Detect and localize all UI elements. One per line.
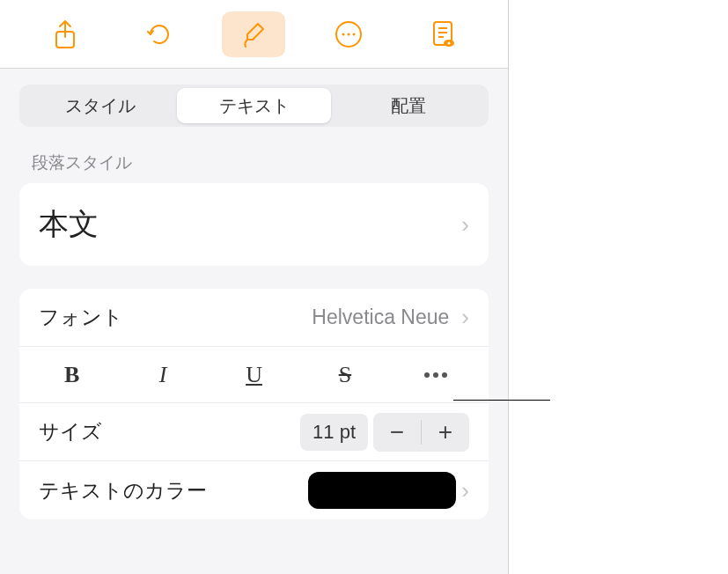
top-toolbar	[0, 0, 508, 69]
size-value[interactable]: 11 pt	[300, 414, 368, 451]
italic-button[interactable]: I	[117, 347, 208, 402]
svg-point-4	[352, 33, 355, 35]
share-icon	[53, 19, 77, 49]
svg-point-2	[342, 33, 344, 35]
more-circle-icon	[335, 20, 363, 48]
text-format-row: B I U S	[19, 347, 489, 403]
svg-point-3	[347, 33, 349, 35]
brush-icon	[240, 20, 267, 48]
paragraph-style-card: 本文 ›	[19, 183, 489, 266]
size-label: サイズ	[39, 418, 102, 445]
size-decrease-button[interactable]: −	[373, 413, 421, 452]
more-toolbar-button[interactable]	[317, 11, 380, 57]
tab-text[interactable]: テキスト	[177, 88, 331, 123]
share-button[interactable]	[33, 11, 97, 57]
undo-button[interactable]	[128, 11, 191, 57]
format-panel: スタイル テキスト 配置 段落スタイル 本文 › フォント Helvetica …	[0, 0, 509, 574]
callout-line	[453, 400, 550, 401]
size-increase-button[interactable]: +	[422, 413, 469, 452]
svg-point-10	[448, 41, 451, 44]
ellipsis-icon	[424, 372, 447, 378]
document-view-button[interactable]	[411, 11, 474, 57]
size-stepper: − +	[373, 413, 469, 452]
chevron-right-icon: ›	[461, 211, 469, 239]
chevron-right-icon: ›	[461, 477, 469, 504]
bold-button[interactable]: B	[26, 347, 117, 402]
font-row[interactable]: フォント Helvetica Neue ›	[19, 289, 489, 347]
underline-button[interactable]: U	[209, 347, 299, 402]
tab-style[interactable]: スタイル	[23, 88, 177, 123]
font-label: フォント	[39, 304, 123, 331]
paragraph-style-value: 本文	[39, 204, 99, 245]
paragraph-style-section-label: 段落スタイル	[32, 151, 476, 174]
undo-icon	[145, 20, 173, 48]
text-color-swatch[interactable]	[308, 472, 456, 509]
tab-arrange[interactable]: 配置	[331, 88, 485, 123]
paragraph-style-row[interactable]: 本文 ›	[19, 183, 489, 266]
font-settings-card: フォント Helvetica Neue › B I U S サイズ 11 pt …	[19, 289, 489, 519]
format-brush-button[interactable]	[222, 11, 285, 57]
document-view-icon	[430, 19, 456, 49]
more-format-button[interactable]	[391, 347, 482, 402]
text-color-label: テキストのカラー	[39, 477, 207, 504]
chevron-right-icon: ›	[461, 304, 469, 331]
text-color-row[interactable]: テキストのカラー ›	[19, 461, 489, 519]
font-value: Helvetica Neue	[312, 305, 449, 329]
size-row: サイズ 11 pt − +	[19, 403, 489, 461]
strikethrough-button[interactable]: S	[299, 347, 390, 402]
format-tabs: スタイル テキスト 配置	[19, 85, 489, 127]
